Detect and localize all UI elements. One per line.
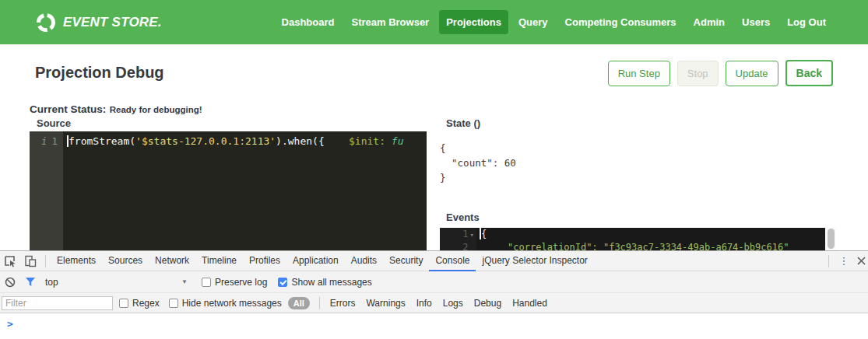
code-token-string: '$stats-127.0.0.1:2113': [135, 135, 276, 147]
screen: EVENT STORE. Dashboard Stream Browser Pr…: [0, 0, 868, 339]
source-editor-gutter: i1: [30, 131, 63, 251]
console-filter-bar: Regex Hide network messages All Errors W…: [0, 293, 868, 313]
level-filter-info[interactable]: Info: [416, 298, 432, 309]
back-button[interactable]: Back: [785, 60, 833, 86]
level-filter-logs[interactable]: Logs: [443, 298, 463, 309]
brand[interactable]: EVENT STORE.: [35, 12, 162, 33]
events-scrollbar-thumb[interactable]: [828, 229, 835, 249]
events-scrollbar[interactable]: [826, 228, 836, 250]
events-code: {: [476, 228, 487, 241]
tab-audits[interactable]: Audits: [345, 251, 383, 271]
devtools-tabbar: Elements Sources Network Timeline Profil…: [0, 251, 868, 271]
level-filter-warnings[interactable]: Warnings: [366, 298, 405, 309]
kebab-menu-icon[interactable]: ⋮: [834, 252, 854, 271]
divider: [828, 255, 829, 267]
state-heading: State (): [446, 117, 480, 129]
regex-checkbox[interactable]: [119, 299, 128, 308]
status-label: Current Status:: [30, 103, 106, 115]
filter-input[interactable]: [2, 296, 113, 310]
nav-item-users[interactable]: Users: [735, 10, 777, 34]
devtools-window-controls: ⋮: [824, 252, 868, 271]
nav-item-logout[interactable]: Log Out: [780, 10, 833, 34]
update-button[interactable]: Update: [726, 61, 778, 86]
hide-network-toggle[interactable]: Hide network messages: [169, 298, 282, 309]
events-code-editor[interactable]: 1▾ { 2▾ "correlationId": "f3c93ac7-3334-…: [440, 228, 825, 250]
show-all-messages-checkbox[interactable]: [278, 278, 287, 287]
nav-items: Dashboard Stream Browser Projections Que…: [275, 10, 833, 34]
preserve-log-checkbox[interactable]: [202, 278, 211, 287]
source-heading: Source: [37, 117, 71, 129]
divider: [45, 255, 46, 267]
source-code-editor[interactable]: i1 fromStream('$stats-127.0.0.1:2113').w…: [30, 131, 427, 251]
gutter-line-number: 1: [51, 135, 58, 147]
code-token-keyword: fu: [385, 135, 403, 147]
nav-item-competing-consumers[interactable]: Competing Consumers: [558, 10, 684, 34]
state-json: { "count": 60 }: [440, 141, 516, 185]
tab-security[interactable]: Security: [383, 251, 429, 271]
device-toolbar-icon[interactable]: [20, 252, 40, 271]
console-toolbar: top ▼ Preserve log Show all messages: [0, 271, 868, 293]
level-filter-handled[interactable]: Handled: [512, 298, 547, 309]
inspect-element-icon[interactable]: [0, 252, 20, 271]
devtools-panel: Elements Sources Network Timeline Profil…: [0, 250, 868, 339]
level-filter-errors[interactable]: Errors: [330, 298, 356, 309]
level-filter-debug[interactable]: Debug: [474, 298, 501, 309]
events-line-number: 1: [462, 229, 468, 239]
hide-network-label[interactable]: Hide network messages: [182, 298, 282, 309]
regex-toggle[interactable]: Regex: [119, 298, 160, 309]
gutter-info-annotation: i: [41, 136, 47, 147]
hide-network-checkbox[interactable]: [169, 299, 178, 308]
filter-icon[interactable]: [20, 273, 40, 292]
nav-item-admin[interactable]: Admin: [687, 10, 732, 34]
top-navbar: EVENT STORE. Dashboard Stream Browser Pr…: [0, 0, 868, 44]
current-status: Current Status: Ready for debugging!: [30, 102, 202, 116]
nav-item-projections[interactable]: Projections: [439, 10, 508, 34]
divider: [319, 297, 320, 309]
code-token: ).when({: [276, 135, 325, 147]
chevron-down-icon: ▼: [181, 278, 188, 285]
events-line-number: 2: [462, 242, 468, 250]
source-code-line: fromStream('$stats-127.0.0.1:2113').when…: [63, 131, 404, 251]
show-all-messages-label[interactable]: Show all messages: [291, 277, 371, 288]
events-gutter-1[interactable]: 1▾: [440, 228, 476, 241]
events-heading: Events: [446, 211, 480, 223]
show-all-messages-toggle[interactable]: Show all messages: [278, 277, 371, 288]
preserve-log-toggle[interactable]: Preserve log: [202, 277, 267, 288]
tab-timeline[interactable]: Timeline: [195, 251, 243, 271]
clear-console-icon[interactable]: [0, 273, 20, 292]
tab-jquery-selector-inspector[interactable]: jQuery Selector Inspector: [476, 251, 593, 271]
page-title: Projection Debug: [35, 64, 164, 82]
events-line-1: 1▾ {: [440, 228, 825, 241]
stop-button: Stop: [677, 61, 719, 86]
code-token: [325, 135, 349, 147]
status-value: Ready for debugging!: [110, 105, 202, 114]
brand-text: EVENT STORE.: [63, 15, 162, 30]
execution-context-selector[interactable]: top ▼: [45, 277, 188, 288]
code-token-key: $init:: [349, 135, 385, 147]
tab-network[interactable]: Network: [149, 251, 195, 271]
tab-profiles[interactable]: Profiles: [243, 251, 286, 271]
events-line-2: 2▾ "correlationId": "f3c93ac7-3334-49ab-…: [440, 241, 825, 250]
events-gutter-2: 2▾: [440, 241, 476, 250]
console-prompt-chevron[interactable]: >: [7, 318, 13, 330]
close-devtools-icon[interactable]: [854, 252, 868, 271]
context-selector-value: top: [45, 277, 58, 288]
tab-application[interactable]: Application: [286, 251, 345, 271]
tab-console[interactable]: Console: [429, 251, 476, 271]
level-filter-all[interactable]: All: [288, 297, 310, 309]
run-step-button[interactable]: Run Step: [608, 61, 670, 86]
tab-sources[interactable]: Sources: [102, 251, 149, 271]
preserve-log-label[interactable]: Preserve log: [215, 277, 267, 288]
events-code-json: "correlationId": "f3c93ac7-3334-49ab-a67…: [476, 241, 789, 250]
nav-item-query[interactable]: Query: [511, 10, 555, 34]
code-token: fromStream(: [69, 135, 135, 147]
regex-label[interactable]: Regex: [132, 298, 160, 309]
tab-elements[interactable]: Elements: [51, 251, 102, 271]
console-output[interactable]: >: [0, 313, 868, 339]
header-buttons: Run Step Stop Update Back: [608, 60, 833, 86]
fold-arrow-icon[interactable]: ▾: [470, 231, 474, 239]
eventstore-logo-icon: [35, 12, 57, 33]
nav-item-stream-browser[interactable]: Stream Browser: [344, 10, 436, 34]
nav-item-dashboard[interactable]: Dashboard: [275, 10, 342, 34]
